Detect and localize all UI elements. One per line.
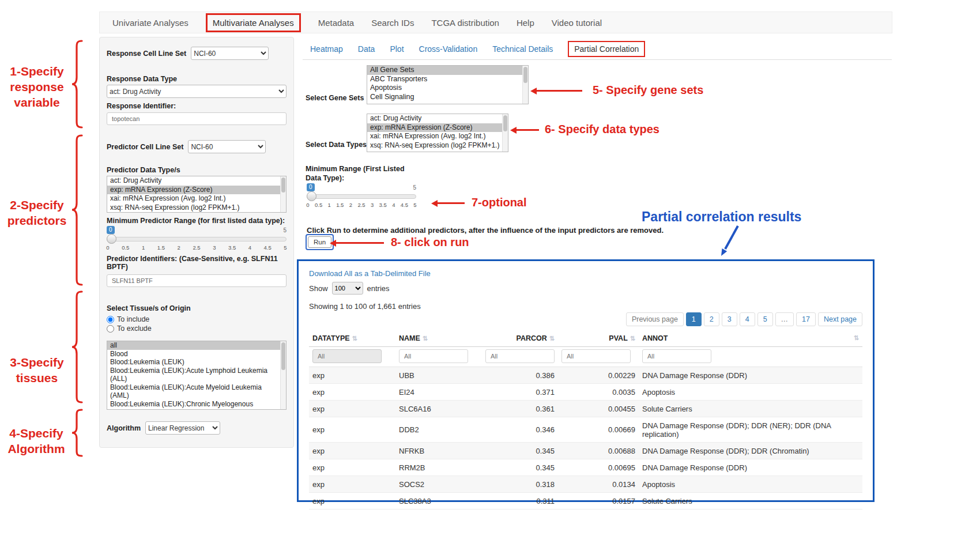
col-header-datatype[interactable]: DATATYPE⇅: [309, 330, 395, 347]
nav-help[interactable]: Help: [517, 18, 534, 28]
filter-pval-input[interactable]: [561, 349, 631, 363]
scrollbar: [502, 114, 508, 152]
list-item[interactable]: Blood:Leukemia (LEUK):Acute Lymphoid Leu…: [107, 367, 286, 383]
run-button[interactable]: Run: [308, 236, 331, 248]
page-button-4[interactable]: 4: [740, 312, 755, 326]
list-item[interactable]: act: Drug Activity: [107, 176, 286, 186]
sort-icon[interactable]: ⇅: [549, 335, 555, 342]
annotation-step3: 3-Specify tissues: [5, 354, 69, 386]
table-row: exp EI24 0.371 0.0035 Apoptosis: [309, 384, 862, 401]
brace-tissues-section: [69, 290, 84, 404]
list-item[interactable]: exp: mRNA Expression (Z-Score): [367, 123, 508, 133]
page-button-3[interactable]: 3: [722, 312, 737, 326]
page-button-5[interactable]: 5: [757, 312, 773, 326]
filter-annot-input[interactable]: [642, 349, 711, 363]
col-header-name[interactable]: NAME⇅: [395, 330, 482, 347]
sort-icon[interactable]: ⇅: [352, 335, 357, 342]
response-cell-line-set-select[interactable]: NCI-60: [191, 47, 269, 60]
scrollbar: [522, 66, 528, 104]
filter-datatype-input[interactable]: [312, 349, 382, 363]
scrollbar-thumb[interactable]: [523, 67, 527, 83]
response-data-type-label: Response Data Type: [107, 75, 287, 83]
scrollbar-thumb[interactable]: [281, 178, 285, 193]
algorithm-select[interactable]: Linear Regression: [145, 421, 220, 435]
tissue-exclude-label: To exclude: [117, 324, 152, 333]
entries-per-page-select[interactable]: 100: [332, 282, 363, 295]
show-label: Show: [309, 284, 328, 293]
data-types-label: Select Data Types: [306, 141, 367, 149]
list-item[interactable]: xai: mRNA Expression (Avg. log2 Int.): [107, 194, 286, 203]
table-row: exp RRM2B 0.345 0.00695 DNA Damage Respo…: [309, 459, 862, 476]
nav-metadata[interactable]: Metadata: [318, 18, 355, 28]
nav-search-ids[interactable]: Search IDs: [371, 18, 414, 28]
tissue-origin-label: Select Tissue/s of Origin: [107, 304, 287, 312]
scrollbar-thumb[interactable]: [503, 115, 507, 131]
tab-technical-details[interactable]: Technical Details: [492, 44, 553, 54]
slider-handle[interactable]: [307, 191, 316, 201]
scrollbar-thumb[interactable]: [281, 342, 285, 370]
tissue-exclude-radio[interactable]: [107, 325, 114, 333]
tab-partial-correlation[interactable]: Partial Correlation: [568, 41, 645, 57]
predictor-identifiers-label: Predictor Identifiers: (Case-Sensitive, …: [107, 255, 287, 271]
page-button-2[interactable]: 2: [704, 312, 719, 326]
list-item[interactable]: xai: mRNA Expression (Avg. log2 Int.): [367, 132, 508, 141]
control-panel: Response Cell Line Set NCI-60 Response D…: [99, 37, 294, 448]
table-row: exp SOCS2 0.318 0.0134 Apoptosis: [309, 476, 862, 493]
tab-plot[interactable]: Plot: [390, 44, 404, 54]
predictor-identifiers-input[interactable]: [107, 274, 287, 287]
list-item[interactable]: Cell Signaling: [367, 93, 528, 102]
tab-cross-validation[interactable]: Cross-Validation: [419, 44, 478, 54]
tab-heatmap[interactable]: Heatmap: [310, 44, 343, 54]
nav-multivariate-analyses[interactable]: Multivariate Analyses: [206, 13, 301, 32]
nav-univariate-analyses[interactable]: Univariate Analyses: [112, 18, 189, 28]
list-item[interactable]: Blood:Leukemia (LEUK): [107, 358, 286, 367]
page-button-17[interactable]: 17: [796, 312, 816, 326]
col-header-parcor[interactable]: PARCOR⇅: [482, 330, 558, 347]
scrollbar: [280, 341, 286, 409]
page: Univariate Analyses Multivariate Analyse…: [0, 0, 980, 551]
download-tab-delimited-link[interactable]: Download All as a Tab-Delimited File: [309, 269, 431, 278]
tab-data[interactable]: Data: [358, 44, 375, 54]
slider-handle[interactable]: [107, 234, 116, 244]
col-header-annot[interactable]: ANNOT⇅: [639, 330, 862, 347]
list-item[interactable]: Blood: [107, 350, 286, 358]
tissue-include-label: To include: [117, 315, 149, 323]
page-button-1[interactable]: 1: [686, 312, 702, 326]
slider-value-badge: 0: [107, 226, 115, 234]
response-data-type-select[interactable]: act: Drug Activity: [107, 85, 287, 98]
response-identifier-input[interactable]: [107, 112, 287, 125]
nav-video-tutorial[interactable]: Video tutorial: [552, 18, 602, 28]
list-item[interactable]: xsq: RNA-seq Expression (log2 FPKM+1.): [107, 203, 286, 213]
algorithm-row: Algorithm Linear Regression: [107, 421, 287, 435]
list-item[interactable]: All Gene Sets: [367, 66, 528, 75]
brace-response-section: [69, 39, 84, 129]
tissue-include-radio[interactable]: [107, 316, 114, 323]
list-item[interactable]: ABC Transporters: [367, 75, 528, 84]
list-item[interactable]: exp: mRNA Expression (Z-Score): [107, 186, 286, 195]
predictor-cell-line-set-select[interactable]: NCI-60: [188, 140, 266, 153]
list-item[interactable]: Blood:Leukemia (LEUK):Chronic Myelogenou…: [107, 400, 286, 410]
sort-icon[interactable]: ⇅: [854, 334, 859, 342]
list-item[interactable]: act: Drug Activity: [367, 114, 508, 123]
col-header-pval[interactable]: PVAL⇅: [558, 330, 639, 347]
list-item[interactable]: all: [107, 341, 286, 350]
predictor-cell-line-set-row: Predictor Cell Line Set NCI-60: [107, 140, 287, 153]
tab-divider: [303, 59, 892, 60]
sort-icon[interactable]: ⇅: [423, 335, 428, 342]
nav-tcga-distribution[interactable]: TCGA distribution: [431, 18, 499, 28]
filter-name-input[interactable]: [399, 349, 468, 363]
response-cell-line-set-row: Response Cell Line Set NCI-60: [107, 47, 287, 60]
arrow-to-data-types: [516, 129, 539, 131]
sort-icon[interactable]: ⇅: [630, 335, 635, 342]
next-page-button[interactable]: Next page: [818, 312, 862, 326]
previous-page-button[interactable]: Previous page: [626, 312, 684, 326]
list-item[interactable]: xsq: RNA-seq Expression (log2 FPKM+1.): [367, 141, 508, 150]
partial-correlation-results-panel: Download All as a Tab-Delimited File Sho…: [297, 259, 875, 502]
list-item[interactable]: Blood:Leukemia (LEUK):Acute Myeloid Leuk…: [107, 383, 286, 400]
annotation-step5: 5- Specify gene sets: [593, 84, 703, 97]
slider-ticks: 0 0.5 1 1.5 2 2.5 3 3.5 4 4.5 5: [108, 244, 285, 251]
predictor-range-slider: 0 5 0 0.5 1 1.5 2 2.5 3 3.5 4 4.5 5: [107, 226, 287, 254]
filter-parcor-input[interactable]: [485, 349, 555, 363]
list-item[interactable]: Apoptosis: [367, 84, 528, 93]
arrow-to-range-slider: [437, 202, 465, 204]
